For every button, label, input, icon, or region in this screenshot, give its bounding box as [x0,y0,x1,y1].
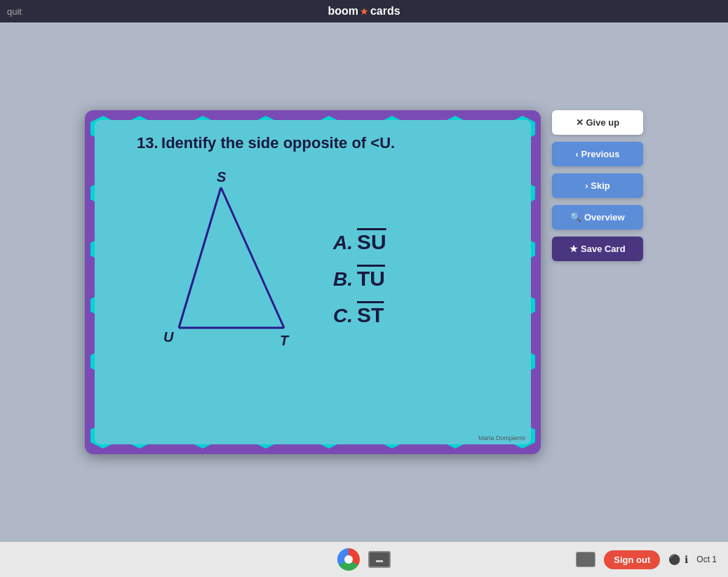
choice-a-letter: A. [333,232,353,254]
answer-choice-b[interactable]: B. TU [333,267,386,291]
question-number: 13. [137,134,159,152]
logo: boom ★ cards [328,5,400,18]
card-body: S U T A. SU B. TU [137,166,517,377]
screen-icon[interactable]: ▬ [368,551,391,568]
logo-cards: cards [370,5,400,18]
boom-card: 13. Identify the side opposite of <U. S [85,110,541,454]
svg-text:U: U [163,329,174,345]
chrome-center [344,555,353,564]
logo-star-icon: ★ [360,6,369,17]
taskbar: ▬ Sign out ⚫ ℹ Oct 1 [0,542,728,577]
taskbar-right: Sign out ⚫ ℹ Oct 1 [576,550,717,569]
overview-button[interactable]: 🔍 Overview [552,205,643,230]
choice-c-letter: C. [333,305,353,327]
choice-c-value: ST [357,303,384,327]
card-wrapper: 13. Identify the side opposite of <U. S [85,110,643,454]
logo-boom: boom [328,5,358,18]
svg-line-1 [221,187,284,328]
choice-b-value: TU [357,267,385,291]
skip-button[interactable]: › Skip [552,173,643,198]
svg-line-0 [179,187,221,328]
give-up-button[interactable]: ✕ Give up [552,110,643,135]
save-card-button[interactable]: ★ Save Card [552,237,643,261]
quit-button[interactable]: quit [7,6,22,17]
info-icon: ℹ [685,554,688,565]
status-icons: ⚫ ℹ [668,554,688,565]
answer-choices: A. SU B. TU C. ST [333,216,386,327]
choice-a-value: SU [357,230,386,254]
answer-choice-c[interactable]: C. ST [333,303,386,327]
previous-button[interactable]: ‹ Previous [552,142,643,166]
top-bar: quit boom ★ cards [0,0,728,22]
triangle-area: S U T [137,166,319,377]
attribution: Maria Dompierre [478,435,525,442]
question-header: 13. Identify the side opposite of <U. [137,134,517,152]
circle-icon: ⚫ [668,554,680,565]
svg-text:T: T [280,333,290,348]
answer-choice-a[interactable]: A. SU [333,230,386,254]
screenshot-icon[interactable] [576,552,595,567]
choice-b-letter: B. [333,268,353,291]
triangle-svg: S U T [137,166,319,363]
question-text: Identify the side opposite of <U. [161,134,395,152]
chrome-icon[interactable] [337,548,360,571]
date-label: Oct 1 [696,555,717,564]
sidebar-buttons: ✕ Give up ‹ Previous › Skip 🔍 Overview ★… [552,110,643,261]
main-content: 13. Identify the side opposite of <U. S [0,22,728,542]
sign-out-button[interactable]: Sign out [604,550,660,569]
svg-text:S: S [217,169,227,185]
card-inner: 13. Identify the side opposite of <U. S [95,120,531,444]
